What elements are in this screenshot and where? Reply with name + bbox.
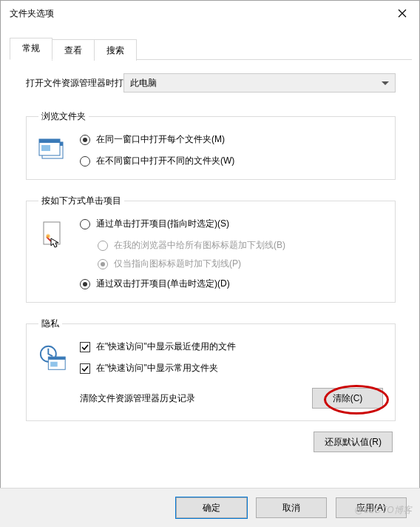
radio-icon bbox=[80, 279, 90, 289]
check-show-recent[interactable]: 在"快速访问"中显示最近使用的文件 bbox=[80, 340, 383, 353]
cancel-button[interactable]: 取消 bbox=[256, 497, 327, 518]
radio-same-window[interactable]: 在同一窗口中打开每个文件夹(M) bbox=[80, 133, 383, 146]
radio-icon bbox=[98, 259, 108, 269]
radio-underline-point: 仅当指向图标标题时加下划线(P) bbox=[98, 258, 383, 270]
title-bar: 文件夹选项 bbox=[1, 1, 419, 26]
chevron-down-icon bbox=[382, 78, 389, 88]
privacy-icon bbox=[38, 343, 68, 373]
radio-icon bbox=[80, 156, 90, 167]
radio-single-click[interactable]: 通过单击打开项目(指向时选定)(S) bbox=[80, 218, 383, 230]
open-with-row: 打开文件资源管理器时打 此电脑 bbox=[26, 73, 396, 93]
ok-button[interactable]: 确定 bbox=[176, 497, 247, 518]
radio-double-click[interactable]: 通过双击打开项目(单击时选定)(D) bbox=[80, 278, 383, 290]
radio-icon bbox=[80, 219, 90, 229]
checkbox-icon bbox=[80, 342, 90, 352]
open-with-label: 打开文件资源管理器时打 bbox=[26, 77, 123, 90]
radio-underline-all: 在我的浏览器中给所有图标标题加下划线(B) bbox=[98, 239, 383, 252]
watermark: @51CTO博客 bbox=[354, 504, 413, 517]
tab-view[interactable]: 查看 bbox=[52, 39, 95, 61]
group-click-legend: 按如下方式单击项目 bbox=[38, 195, 124, 207]
group-click-items: 按如下方式单击项目 通过单击打开项目(指向时选定)(S) bbox=[26, 195, 396, 303]
radio-new-window[interactable]: 在不同窗口中打开不同的文件夹(W) bbox=[80, 155, 383, 167]
clear-history-button[interactable]: 清除(C) bbox=[312, 388, 383, 409]
open-with-value: 此电脑 bbox=[130, 77, 157, 90]
tab-strip: 常规 查看 搜索 bbox=[10, 38, 412, 60]
tab-search[interactable]: 搜索 bbox=[94, 39, 137, 61]
radio-icon bbox=[98, 241, 108, 251]
browse-folders-icon bbox=[38, 136, 68, 166]
close-button[interactable] bbox=[385, 1, 419, 26]
open-with-combo[interactable]: 此电脑 bbox=[123, 73, 396, 93]
group-browse-folders: 浏览文件夹 在同一窗口中打开每个文件夹(M) bbox=[26, 110, 396, 180]
svg-rect-10 bbox=[50, 362, 58, 367]
group-privacy-legend: 隐私 bbox=[38, 318, 62, 330]
click-items-icon bbox=[38, 221, 68, 250]
tab-panel-general: 打开文件资源管理器时打 此电脑 浏览文件夹 bbox=[10, 60, 412, 452]
group-browse-legend: 浏览文件夹 bbox=[38, 110, 89, 123]
radio-icon bbox=[80, 135, 90, 145]
window-title: 文件夹选项 bbox=[10, 7, 54, 20]
checkbox-icon bbox=[80, 363, 90, 374]
svg-rect-9 bbox=[48, 357, 65, 360]
restore-defaults-button[interactable]: 还原默认值(R) bbox=[314, 432, 393, 452]
svg-rect-4 bbox=[39, 139, 60, 143]
tab-strip-area: 常规 查看 搜索 打开文件资源管理器时打 此电脑 浏览文件夹 bbox=[1, 26, 419, 452]
clear-history-label: 清除文件资源管理器历史记录 bbox=[80, 392, 195, 405]
group-privacy: 隐私 在"快速访问"中显示最近使用的文件 bbox=[26, 318, 396, 421]
close-icon bbox=[398, 9, 407, 18]
check-show-frequent[interactable]: 在"快速访问"中显示常用文件夹 bbox=[80, 362, 383, 375]
tab-general[interactable]: 常规 bbox=[10, 38, 52, 60]
svg-rect-5 bbox=[41, 145, 50, 151]
